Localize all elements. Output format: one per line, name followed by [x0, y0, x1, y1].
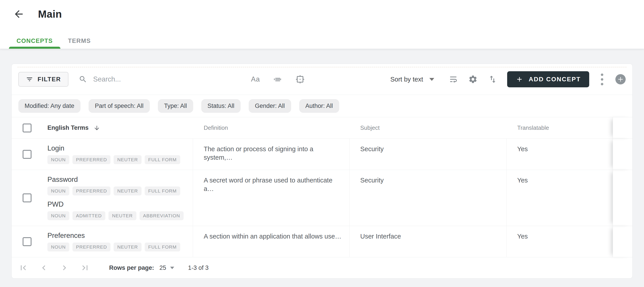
rows-per-page-value[interactable]: 25 [160, 265, 166, 271]
sort-select-label: Sort by text [390, 76, 423, 83]
plus-icon [516, 75, 523, 83]
tab-concepts[interactable]: CONCEPTS [9, 33, 60, 49]
term-badge: PREFERRED [72, 243, 111, 252]
view-options [448, 75, 497, 84]
term-text: PWD [48, 200, 188, 208]
rows-per-page-label: Rows per page: [109, 265, 154, 271]
filter-chip[interactable]: Gender: All [249, 99, 291, 113]
subject-cell: User Interface [349, 226, 506, 257]
kebab-menu-icon [601, 73, 603, 85]
search-options: Aa [251, 74, 305, 84]
page-title: Main [38, 8, 62, 20]
match-case-icon[interactable]: Aa [251, 75, 260, 83]
active-tab-indicator [9, 47, 60, 49]
filter-chip[interactable]: Part of speech: All [88, 99, 150, 113]
terms-cell: PasswordNOUNPREFERREDNEUTERFULL FORMPWDN… [48, 170, 193, 226]
previous-page-button[interactable] [39, 263, 49, 273]
terms-cell: PreferencesNOUNPREFERREDNEUTERFULL FORM [48, 226, 193, 257]
more-options-button[interactable] [600, 72, 605, 87]
add-concept-button[interactable]: ADD CONCEPT [507, 71, 589, 87]
definition-cell: A section within an application that all… [193, 226, 349, 257]
search-box [79, 75, 251, 83]
pinned-column-spacer [613, 226, 632, 257]
subject-cell: Security [349, 139, 506, 170]
next-page-button[interactable] [60, 263, 69, 273]
chevron-down-icon [429, 78, 434, 81]
table-body: LoginNOUNPREFERREDNEUTERFULL FORMThe act… [12, 138, 632, 257]
page-range-label: 1-3 of 3 [188, 265, 209, 271]
translatable-cell: Yes [506, 170, 613, 226]
tab-bar: CONCEPTS TERMS [9, 33, 98, 49]
search-icon [79, 75, 87, 83]
column-header-english-terms[interactable]: English Terms [48, 124, 88, 131]
filter-chip[interactable]: Status: All [201, 99, 240, 113]
swap-vertical-icon[interactable] [488, 75, 497, 84]
last-page-button[interactable] [80, 263, 90, 273]
term-text: Preferences [48, 232, 188, 240]
filter-chip[interactable]: Type: All [158, 99, 193, 113]
first-page-button[interactable] [18, 263, 28, 273]
arrow-back-icon [13, 8, 24, 20]
tab-terms[interactable]: TERMS [60, 33, 98, 49]
chevron-right-icon [60, 263, 69, 273]
filter-chip[interactable]: Author: All [299, 99, 339, 113]
row-checkbox[interactable] [22, 193, 32, 202]
table-row[interactable]: PasswordNOUNPREFERREDNEUTERFULL FORMPWDN… [12, 170, 632, 226]
sort-select[interactable]: Sort by text [390, 76, 434, 83]
column-header-definition[interactable]: Definition [193, 124, 349, 131]
table-header: English Terms Definition Subject Transla… [12, 117, 632, 138]
term-badge: PREFERRED [72, 155, 111, 164]
filter-button[interactable]: FILTER [18, 72, 68, 87]
term-text: Login [48, 144, 188, 152]
definition-cell: The action or process of signing into a … [193, 139, 349, 170]
pinned-column-spacer [613, 170, 632, 226]
term-badge: NOUN [48, 243, 69, 252]
term-badge: NEUTER [114, 187, 141, 195]
row-checkbox[interactable] [22, 237, 32, 246]
term-text: Password [48, 176, 188, 184]
term-badge: FULL FORM [145, 187, 180, 195]
term-badge: NEUTER [108, 211, 136, 220]
term-badge: ABBREVIATION [140, 211, 184, 220]
column-header-translatable[interactable]: Translatable [506, 124, 613, 131]
last-page-icon [80, 263, 90, 273]
subject-cell: Security [349, 170, 506, 226]
term-badge: NOUN [48, 211, 69, 220]
first-page-icon [18, 263, 28, 273]
rows-per-page-caret-icon[interactable] [170, 267, 174, 269]
filter-chip[interactable]: Modified: Any date [18, 99, 80, 113]
filter-button-label: FILTER [38, 76, 61, 83]
barcode-icon[interactable] [273, 75, 282, 84]
add-concept-label: ADD CONCEPT [528, 76, 581, 83]
tab-concepts-label: CONCEPTS [16, 37, 53, 44]
plus-circle-icon [617, 76, 624, 83]
term-badge: NEUTER [114, 243, 141, 252]
tab-terms-label: TERMS [68, 37, 91, 44]
column-header-subject[interactable]: Subject [349, 124, 506, 131]
term-badge: ADMITTED [72, 211, 105, 220]
term-badge: NOUN [48, 187, 69, 195]
pinned-column-spacer [613, 117, 632, 138]
term-badge: PREFERRED [72, 187, 111, 195]
pagination-bar: Rows per page: 25 1-3 of 3 [12, 257, 632, 278]
back-button[interactable] [13, 8, 24, 20]
sort-arrow-down-icon [94, 125, 100, 131]
table-row[interactable]: LoginNOUNPREFERREDNEUTERFULL FORMThe act… [12, 138, 632, 170]
wrap-text-icon[interactable] [448, 75, 458, 84]
row-checkbox[interactable] [22, 150, 32, 159]
term-badge: NOUN [48, 155, 69, 164]
settings-gear-icon[interactable] [468, 75, 478, 84]
focus-area-icon[interactable] [295, 74, 305, 84]
filter-list-icon [26, 76, 33, 83]
translatable-cell: Yes [506, 139, 613, 170]
chevron-left-icon [39, 263, 49, 273]
table-row[interactable]: PreferencesNOUNPREFERREDNEUTERFULL FORMA… [12, 226, 632, 257]
quick-add-button[interactable] [616, 74, 626, 84]
select-all-checkbox[interactable] [22, 123, 32, 132]
term-badge: FULL FORM [145, 155, 180, 164]
terms-cell: LoginNOUNPREFERREDNEUTERFULL FORM [48, 139, 193, 170]
concepts-card: FILTER Aa [12, 64, 632, 279]
pinned-column-spacer [613, 139, 632, 170]
term-badge: FULL FORM [145, 243, 180, 252]
search-input[interactable] [93, 75, 251, 83]
